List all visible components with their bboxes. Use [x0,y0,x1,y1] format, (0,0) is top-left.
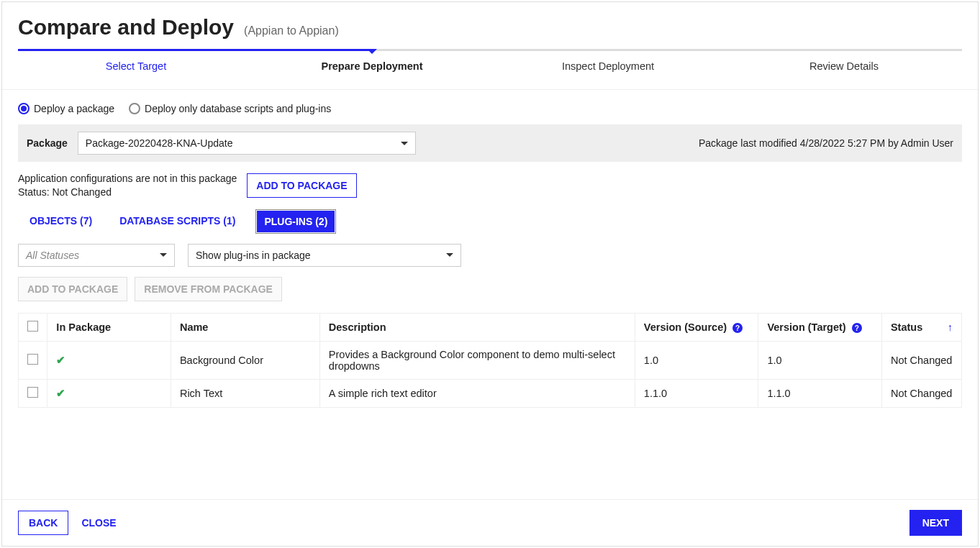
chevron-down-icon [160,253,167,257]
row-checkbox[interactable] [27,354,38,365]
cell-version-source: 1.1.0 [635,379,758,407]
table-row: ✔Background ColorProvides a Background C… [19,341,962,379]
table-row: ✔Rich TextA simple rich text editor1.1.0… [19,379,962,407]
col-status[interactable]: Status ↑ [881,313,961,341]
row-checkbox[interactable] [27,387,38,398]
radio-deploy-package-label: Deploy a package [34,103,114,114]
help-icon[interactable]: ? [852,323,862,333]
add-to-package-button: ADD TO PACKAGE [18,277,127,301]
cell-version-target: 1.1.0 [758,379,882,407]
cell-version-target: 1.0 [758,341,882,379]
col-version-source[interactable]: Version (Source) ? [635,313,758,341]
radio-deploy-scripts-plugins[interactable]: Deploy only database scripts and plug-in… [129,103,331,114]
help-icon[interactable]: ? [732,323,743,333]
radio-deploy-package[interactable]: Deploy a package [18,103,114,114]
col-status-label: Status [891,321,922,333]
package-last-modified: Package last modified 4/28/2022 5:27 PM … [699,137,953,149]
cell-name: Rich Text [171,379,319,407]
progress-stepper: Select Target Prepare Deployment Inspect… [18,50,962,82]
step-inspect-deployment[interactable]: Inspect Deployment [490,50,726,82]
package-select[interactable]: Package-20220428-KNA-Update [78,132,416,155]
package-label: Package [27,137,68,149]
page-title: Compare and Deploy [18,15,234,40]
col-version-source-label: Version (Source) [644,321,727,333]
col-in-package[interactable]: In Package [47,313,171,341]
back-button[interactable]: BACK [18,511,68,535]
tab-objects[interactable]: OBJECTS (7) [24,211,98,232]
tab-plug-ins[interactable]: PLUG-INS (2) [257,211,335,232]
status-filter-select[interactable]: All Statuses [18,244,175,267]
col-version-target[interactable]: Version (Target) ? [758,313,882,341]
chevron-down-icon [401,142,408,145]
step-prepare-deployment[interactable]: Prepare Deployment [254,50,490,82]
step-review-details[interactable]: Review Details [726,50,962,82]
check-icon: ✔ [56,354,65,366]
chevron-down-icon [446,253,453,257]
cell-version-source: 1.0 [635,341,758,379]
app-config-status: Application configurations are not in th… [18,172,237,199]
select-all-checkbox[interactable] [27,321,38,332]
cell-description: Provides a Background Color component to… [319,341,635,379]
cell-status: Not Changed [881,341,961,379]
tab-database-scripts[interactable]: DATABASE SCRIPTS (1) [114,211,241,232]
add-config-to-package-button[interactable]: ADD TO PACKAGE [247,173,356,198]
cell-status: Not Changed [881,379,961,407]
plugins-scope-value: Show plug-ins in package [196,250,311,261]
app-config-line2: Status: Not Changed [18,186,237,199]
col-name[interactable]: Name [171,313,319,341]
col-description[interactable]: Description [319,313,635,341]
page-subtitle: (Appian to Appian) [244,24,339,37]
next-button[interactable]: NEXT [909,510,962,536]
step-select-target[interactable]: Select Target [18,50,254,82]
check-icon: ✔ [56,387,65,399]
app-config-line1: Application configurations are not in th… [18,172,237,186]
cell-name: Background Color [171,341,319,379]
plugins-scope-select[interactable]: Show plug-ins in package [188,244,461,267]
sort-asc-icon: ↑ [948,321,953,333]
radio-checked-icon [18,103,30,114]
col-version-target-label: Version (Target) [767,321,845,333]
plugins-table: In Package Name Description Version (Sou… [18,313,962,408]
cell-description: A simple rich text editor [319,379,635,407]
status-filter-value: All Statuses [26,250,79,261]
package-select-value: Package-20220428-KNA-Update [86,137,233,149]
close-button[interactable]: CLOSE [78,511,119,534]
remove-from-package-button: REMOVE FROM PACKAGE [135,277,282,301]
radio-deploy-scripts-label: Deploy only database scripts and plug-in… [145,103,331,114]
radio-unchecked-icon [129,103,140,114]
